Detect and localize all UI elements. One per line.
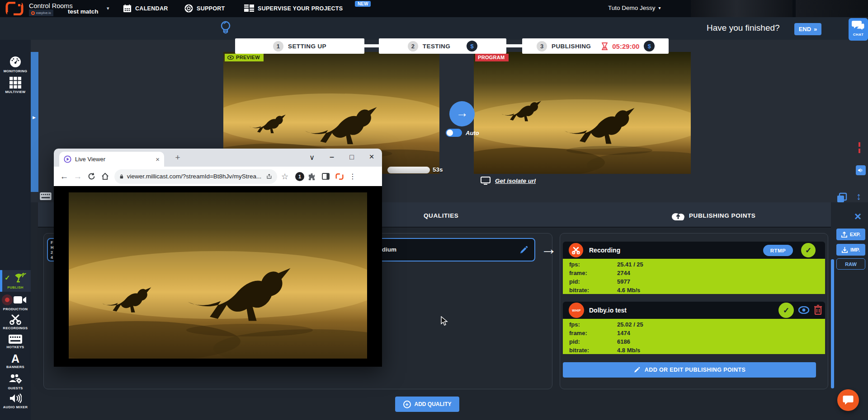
stat-fps: 25.41 / 25 [617, 260, 643, 269]
quality-to-publishing-arrow-icon: → [541, 239, 557, 258]
sidebar-item-monitoring[interactable]: MONITORING [0, 56, 31, 73]
sidebar-item-banners[interactable]: A BANNERS [0, 351, 31, 371]
toggle-knob [447, 130, 453, 136]
satellite-dish-icon [14, 271, 27, 283]
chat-launcher-button[interactable] [837, 389, 859, 411]
pencil-icon [633, 367, 640, 373]
window-close-icon[interactable]: × [366, 151, 377, 163]
duplicate-layout-icon[interactable] [836, 192, 847, 203]
extension-badge[interactable]: 1 [295, 172, 304, 181]
hourglass-icon [602, 42, 608, 50]
nav-supervise[interactable]: SUPERVISE YOUR PROJECTS [244, 4, 343, 13]
resize-vertical-icon[interactable]: ↕ [856, 191, 861, 202]
top-bar: Control Rooms easylive.io test match ▾ C… [0, 0, 868, 17]
forward-icon[interactable]: → [71, 172, 85, 182]
browser-menu-dots-icon[interactable]: ⋮ [347, 172, 359, 181]
user-menu[interactable]: Tuto Demo Jessy ▾ [608, 5, 661, 11]
brand-mini-icon [31, 11, 35, 15]
hotkey-indicator-icon[interactable] [40, 192, 52, 200]
sidebar-item-guests[interactable]: GUESTS [0, 371, 31, 391]
status-check-icon: ✓ [778, 303, 794, 318]
nav-calendar[interactable]: CALENDAR [123, 4, 168, 13]
new-tab-icon[interactable]: + [172, 152, 183, 163]
speaker-icon [9, 393, 22, 404]
import-icon [842, 247, 848, 253]
finish-prompt: Have you finished? [707, 23, 780, 33]
window-restore-down-icon[interactable]: ∨ [306, 151, 318, 163]
sidebar-item-recordings[interactable]: RECORDINGS [0, 312, 31, 331]
publishing-points-header: PUBLISHING POINTS [689, 212, 755, 219]
project-caret-icon[interactable]: ▾ [107, 5, 109, 11]
calendar-icon [123, 4, 132, 13]
drawer-handle[interactable]: ▶ [31, 52, 38, 192]
sidebar-item-hotkeys[interactable]: HOTKEYS [0, 331, 31, 351]
auto-toggle[interactable] [446, 129, 462, 137]
expand-arrow-icon: ▶ [33, 115, 36, 120]
step-publishing[interactable]: 3 PUBLISHING 05:29:00 $ [522, 38, 669, 54]
export-button[interactable]: EXP. [836, 229, 865, 240]
live-viewer-window: Live Viewer × + ∨ − □ × ← → viewer.milli… [54, 149, 382, 367]
view-eye-icon[interactable] [798, 306, 809, 314]
close-panel-icon[interactable]: × [854, 210, 861, 222]
step-number: 3 [537, 41, 547, 51]
transition-arrow-icon: → [456, 106, 468, 120]
step-number: 2 [408, 41, 418, 51]
tip-bulb-icon[interactable] [220, 20, 231, 37]
chat-bubbles-icon [852, 20, 865, 32]
sidebar-item-production[interactable]: PRODUCTION [0, 292, 31, 312]
step-connector [364, 44, 379, 47]
protocol-badge: RTMP [763, 245, 793, 256]
auto-transition-control: Auto [446, 129, 479, 137]
reload-icon[interactable] [85, 173, 98, 180]
home-icon[interactable] [98, 173, 112, 180]
bookmark-star-icon[interactable]: ☆ [278, 172, 292, 182]
window-maximize-icon[interactable]: □ [346, 151, 358, 163]
publishing-point-name: Recording [589, 247, 620, 254]
sidebar-item-multiview[interactable]: MULTIVIEW [0, 77, 31, 94]
step-setting-up[interactable]: 1 SETTING UP [235, 38, 364, 54]
add-quality-button[interactable]: + ADD QUALITY [395, 397, 459, 412]
sidebar-item-audio-mixer[interactable]: AUDIO MIXER [0, 391, 31, 412]
isolate-url-link[interactable]: Get isolate url [495, 177, 536, 184]
speaker-mini-icon[interactable] [856, 165, 866, 175]
panel-scrollbar[interactable] [831, 259, 834, 388]
program-video [474, 52, 691, 174]
stat-pid: 6186 [617, 337, 630, 346]
stat-bitrate: 4.6 Mb/s [617, 286, 640, 294]
step-testing[interactable]: 2 TESTING $ [379, 38, 506, 54]
tab-title: Live Viewer [75, 156, 152, 163]
stat-frame: 1474 [617, 329, 630, 337]
extensions-puzzle-icon[interactable] [304, 173, 319, 180]
browser-tab-live-viewer[interactable]: Live Viewer × [59, 152, 164, 167]
whip-protocol-icon: WHIP [569, 303, 584, 318]
nav-support[interactable]: SUPPORT [184, 4, 225, 13]
project-name[interactable]: test match [68, 8, 99, 15]
browser-titlebar[interactable]: Live Viewer × + ∨ − □ × [54, 149, 382, 167]
delete-trash-icon[interactable] [814, 305, 822, 315]
chat-button[interactable]: CHAT [849, 18, 868, 41]
add-or-edit-publishing-points-button[interactable]: ADD OR EDIT PUBLISHING POINTS [563, 362, 816, 378]
transition-progress-bar [387, 167, 430, 173]
window-minimize-icon[interactable]: − [326, 151, 338, 163]
side-panel-icon[interactable] [319, 173, 332, 180]
double-chevron-icon: » [814, 26, 817, 33]
left-sidebar: MONITORING MULTIVIEW ✓ PUBLISH PRODUCTIO… [0, 17, 31, 420]
url-field[interactable]: viewer.millicast.com/?streamId=Bt8hJv/my… [114, 169, 277, 184]
sidebar-item-publish[interactable]: ✓ PUBLISH [0, 270, 31, 292]
isolate-url-row: Get isolate url [481, 177, 536, 185]
eye-icon [227, 56, 234, 60]
raw-button[interactable]: RAW [836, 258, 865, 270]
tab-close-icon[interactable]: × [156, 155, 160, 163]
guests-icon [9, 373, 22, 385]
take-transition-button[interactable]: → [449, 101, 475, 126]
stat-fps: 25.02 / 25 [617, 320, 643, 329]
end-button[interactable]: END» [794, 23, 821, 35]
supervise-projects-icon [244, 4, 254, 13]
share-icon[interactable] [267, 173, 272, 180]
edit-quality-pencil-icon[interactable] [519, 246, 528, 255]
easylive-extension-icon[interactable] [332, 173, 347, 180]
back-icon[interactable]: ← [57, 172, 71, 182]
status-check-icon: ✓ [801, 243, 816, 257]
brand-logo-icon[interactable] [5, 2, 25, 15]
import-button[interactable]: IMP. [836, 244, 865, 256]
